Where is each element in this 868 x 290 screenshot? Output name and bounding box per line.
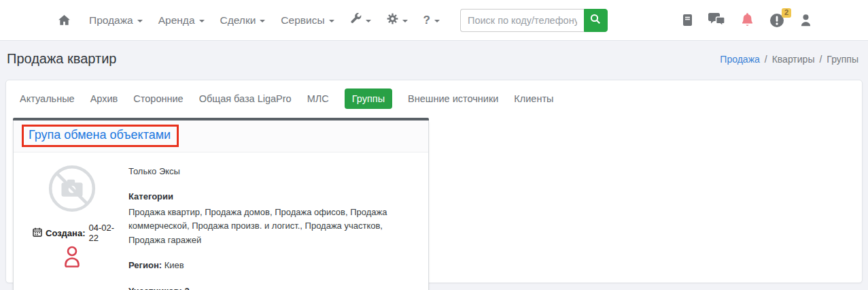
tab-storonnie[interactable]: Сторонние (133, 88, 183, 109)
tab-obshchaya-baza[interactable]: Общая база LigaPro (199, 88, 292, 109)
tab-aktualnye[interactable]: Актуальные (20, 88, 75, 109)
menu-sdelki-label: Сделки (220, 14, 256, 27)
content-panel: Актуальные Архив Сторонние Общая база Li… (5, 80, 863, 283)
gear-icon (387, 13, 398, 27)
top-navbar: Продажа Аренда Сделки Сервисы (0, 0, 868, 41)
search-button[interactable] (584, 9, 608, 32)
tab-gruppy[interactable]: Группы (345, 88, 392, 109)
menu-tools[interactable] (350, 13, 371, 27)
menu-prodazha-label: Продажа (89, 14, 133, 27)
region-label: Регион: (128, 260, 162, 270)
region-value: Киев (164, 260, 184, 270)
categories-list: Продажа квартир, Продажа домов, Продажа … (128, 206, 417, 246)
menu-servisy-label: Сервисы (281, 14, 324, 27)
breadcrumb-separator: / (819, 54, 822, 65)
menu-servisy[interactable]: Сервисы (281, 14, 334, 27)
breadcrumb-item-kvartiry: Квартиры (772, 54, 815, 65)
annotation-highlight-box: Група обмена объектами (22, 125, 179, 147)
no-photo-icon (20, 164, 124, 213)
members-label: Участников: (128, 286, 182, 290)
menu-arenda-label: Аренда (158, 14, 195, 27)
bell-icon[interactable] (740, 12, 754, 28)
search-group (460, 9, 608, 32)
home-icon[interactable] (58, 14, 71, 26)
journal-icon[interactable] (682, 14, 693, 27)
categories-label: Категории (128, 190, 417, 204)
created-row: Создана: 04-02-22 (33, 223, 124, 243)
created-label: Создана: (46, 228, 86, 238)
alerts-icon[interactable]: 2 (769, 12, 785, 29)
menu-help[interactable]: ? (423, 14, 440, 27)
card-box: Група обмена объектами (13, 120, 429, 290)
card-left-column: Создана: 04-02-22 (20, 162, 124, 290)
menu-sdelki[interactable]: Сделки (220, 14, 266, 27)
tab-mls[interactable]: МЛС (307, 88, 329, 109)
group-owner-icon[interactable] (20, 245, 124, 268)
card-right-column: Только Эксы Категории Продажа квартир, П… (124, 162, 417, 290)
group-title-link[interactable]: Група обмена объектами (29, 128, 171, 142)
tab-klienty[interactable]: Клиенты (514, 88, 553, 109)
chevron-down-icon (402, 20, 408, 22)
members-count: 2 (185, 286, 190, 290)
group-note: Только Эксы (128, 165, 417, 178)
search-input[interactable] (460, 9, 584, 32)
breadcrumb-link-prodazha[interactable]: Продажа (720, 54, 759, 65)
chevron-down-icon (329, 20, 334, 22)
tab-vneshnie-istochniki[interactable]: Внешние источники (408, 88, 498, 109)
navbar-right-icons: 2 (682, 12, 812, 29)
page-heading-band: Продажа квартир Продажа / Квартиры / Гру… (0, 41, 868, 80)
search-icon (590, 14, 601, 27)
card-body: Создана: 04-02-22 Только Эксы Категории … (14, 152, 428, 290)
wrench-icon (350, 13, 362, 27)
chevron-down-icon (260, 20, 265, 22)
members-row: Участников: 2 (128, 285, 417, 290)
breadcrumb-item-gruppy: Группы (827, 54, 858, 65)
menu-arenda[interactable]: Аренда (158, 14, 205, 27)
alerts-count-badge: 2 (782, 8, 791, 18)
region-row: Регион: Киев (128, 259, 417, 272)
chat-icon[interactable] (707, 12, 726, 28)
breadcrumb: Продажа / Квартиры / Группы (720, 54, 858, 65)
main-menu: Продажа Аренда Сделки Сервисы (58, 13, 440, 27)
menu-settings[interactable] (387, 13, 408, 27)
breadcrumb-separator: / (765, 54, 767, 65)
help-icon: ? (423, 14, 430, 27)
group-card: Група обмена объектами (13, 118, 429, 290)
user-icon[interactable] (799, 14, 812, 27)
created-date: 04-02-22 (89, 223, 124, 243)
menu-prodazha[interactable]: Продажа (89, 14, 143, 27)
chevron-down-icon (434, 20, 440, 22)
tab-arhiv[interactable]: Архив (90, 88, 118, 109)
chevron-down-icon (366, 20, 371, 22)
tab-bar: Актуальные Архив Сторонние Общая база Li… (6, 80, 862, 116)
page-title: Продажа квартир (7, 51, 116, 67)
card-header: Група обмена объектами (14, 120, 428, 152)
chevron-down-icon (199, 20, 205, 22)
chevron-down-icon (137, 20, 143, 22)
calendar-icon (33, 227, 42, 239)
